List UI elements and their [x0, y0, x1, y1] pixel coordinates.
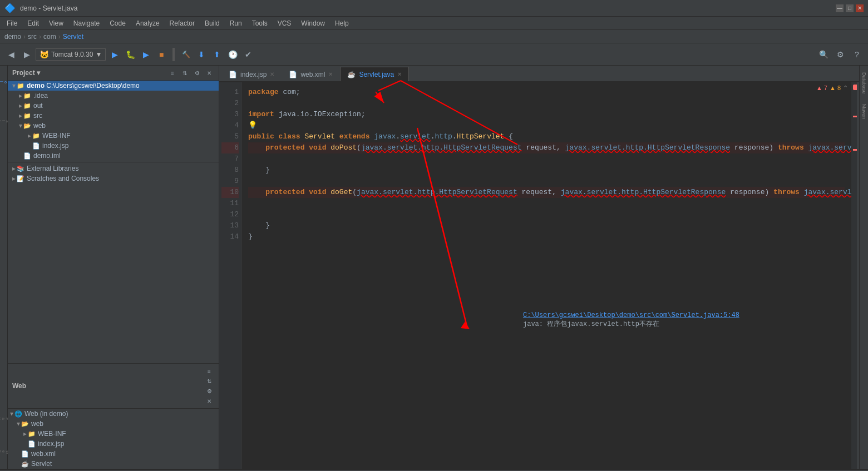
- menu-file[interactable]: File: [2, 18, 22, 28]
- forward-button[interactable]: ▶: [20, 48, 33, 61]
- tree-item-idea[interactable]: ▸ 📁 .idea: [8, 91, 219, 101]
- breadcrumb-servlet[interactable]: Servlet: [63, 33, 83, 41]
- web-panel-title: Web: [12, 382, 26, 390]
- tree-item-indexjsp[interactable]: ▸ 📄 index.jsp: [8, 141, 219, 151]
- tree-item-src[interactable]: ▸ 📁 src: [8, 111, 219, 121]
- close-project-panel-button[interactable]: ✕: [204, 68, 214, 78]
- help-button[interactable]: ?: [850, 48, 864, 61]
- tree-label-indexjsp: index.jsp: [42, 142, 68, 150]
- menu-window[interactable]: Window: [297, 18, 329, 28]
- project-panel-toggle[interactable]: 1Project: [0, 66, 8, 99]
- git-commit-button[interactable]: ✔: [241, 48, 255, 61]
- web-collapse-button[interactable]: ≡: [204, 366, 214, 376]
- tree-item-web[interactable]: ▾ 📂 web: [8, 121, 219, 131]
- right-tab-database[interactable]: Database: [860, 68, 868, 98]
- tab-servlet-close[interactable]: ✕: [397, 71, 402, 77]
- tree-item-out[interactable]: ▸ 📁 out: [8, 101, 219, 111]
- menu-build[interactable]: Build: [200, 18, 224, 28]
- run-configuration[interactable]: 🐱 Tomcat 9.0.30 ▼: [36, 48, 106, 61]
- menu-help[interactable]: Help: [331, 18, 353, 28]
- web-label-webinf: WEB-INF: [38, 430, 66, 438]
- tree-label-idea: .idea: [33, 92, 48, 100]
- code-line-11: [248, 198, 845, 209]
- web-item-servlet[interactable]: ▸ ☕ Servlet: [8, 459, 219, 469]
- chevron-down-icon4: ▾: [17, 420, 20, 428]
- code-editor: ▲ 7 ▲ 8 ⌃ 1 2 3 4 5 6 7 8 9 10 11 12 13 …: [219, 82, 859, 469]
- structure-panel-toggle[interactable]: 2Stru: [0, 105, 8, 138]
- settings-button[interactable]: ⚙: [834, 48, 847, 61]
- web-toggle[interactable]: Web: [0, 435, 8, 469]
- tree-label-webinf: WEB-INF: [42, 132, 71, 140]
- web-item-root[interactable]: ▾ 🌐 Web (in demo): [8, 409, 219, 419]
- error-count: ▲ 7: [816, 85, 827, 92]
- maximize-button[interactable]: □: [846, 4, 854, 12]
- git-history-button[interactable]: 🕐: [226, 48, 239, 61]
- stop-button[interactable]: ■: [155, 48, 168, 61]
- git-push-button[interactable]: ⬆: [210, 48, 224, 61]
- code-content[interactable]: package com; import java.io.IOException;…: [241, 82, 851, 469]
- code-line-10: protected void doGet(javax.servlet.http.…: [248, 187, 845, 198]
- menu-run[interactable]: Run: [225, 18, 246, 28]
- menu-tools[interactable]: Tools: [248, 18, 272, 28]
- scrollbar-area[interactable]: [857, 82, 859, 469]
- window-controls: — □ ✕: [836, 4, 864, 12]
- menu-navigate[interactable]: Navigate: [69, 18, 104, 28]
- search-everywhere-button[interactable]: 🔍: [817, 48, 830, 61]
- web-settings-button[interactable]: ⚙: [204, 386, 214, 396]
- web-item-webxml[interactable]: ▸ 📄 web.xml: [8, 449, 219, 459]
- tree-item-webinf[interactable]: ▸ 📁 WEB-INF: [8, 131, 219, 141]
- editor-tabs: 📄 index.jsp ✕ 📄 web.xml ✕ ☕ Servlet.java…: [219, 66, 859, 82]
- tree-item-extlibs[interactable]: ▸ 📚 External Libraries: [8, 163, 219, 173]
- config-dropdown-icon: ▼: [95, 51, 102, 58]
- web-item-webinf[interactable]: ▸ 📁 WEB-INF: [8, 429, 219, 439]
- code-line-13: }: [248, 220, 845, 231]
- minimize-button[interactable]: —: [836, 4, 844, 12]
- web-label-servlet: Servlet: [31, 460, 52, 468]
- breadcrumb-com[interactable]: com: [43, 33, 56, 41]
- tab-webxml-close[interactable]: ✕: [328, 71, 333, 77]
- project-settings-button[interactable]: ⚙: [192, 68, 202, 78]
- web-item-indexjsp[interactable]: ▸ 📄 index.jsp: [8, 439, 219, 449]
- close-button[interactable]: ✕: [856, 4, 864, 12]
- code-line-9: [248, 176, 845, 187]
- debug-button[interactable]: 🐛: [124, 48, 137, 61]
- tree-item-scratches[interactable]: ▸ 📝 Scratches and Consoles: [8, 173, 219, 184]
- breadcrumb-src[interactable]: src: [28, 33, 37, 41]
- web-item-web[interactable]: ▾ 📂 web: [8, 419, 219, 429]
- git-pull-button[interactable]: ⬇: [195, 48, 208, 61]
- tab-indexjsp-label: index.jsp: [240, 71, 267, 78]
- collapse-all-button[interactable]: ≡: [167, 68, 177, 78]
- chevron-right-icon6: ▸: [12, 175, 16, 182]
- expand-gutter-icon[interactable]: ⌃: [843, 85, 848, 92]
- tab-indexjsp-close[interactable]: ✕: [270, 71, 274, 77]
- project-tree: ▾ 📁 demo C:\Users\gcswei\Desktop\demo ▸ …: [8, 81, 219, 363]
- tree-item-demoigl[interactable]: ▸ 📄 demo.iml: [8, 151, 219, 161]
- build-button[interactable]: 🔨: [179, 48, 193, 61]
- code-line-7: [248, 153, 845, 165]
- tab-webxml-icon: 📄: [289, 71, 297, 78]
- run-button[interactable]: ▶: [108, 48, 121, 61]
- breadcrumb-sep3: ›: [58, 33, 61, 41]
- back-button[interactable]: ◀: [4, 48, 18, 61]
- build-panel: Build: Build Output ⚙ ✕ ⟳ ▼ ▲ ≡ ● demo: …: [0, 469, 868, 471]
- menu-edit[interactable]: Edit: [23, 18, 43, 28]
- tab-index-jsp[interactable]: 📄 index.jsp ✕: [221, 67, 282, 81]
- menu-vcs[interactable]: VCS: [273, 18, 296, 28]
- tab-web-xml[interactable]: 📄 web.xml ✕: [282, 67, 340, 81]
- menu-refactor[interactable]: Refactor: [165, 18, 199, 28]
- menu-code[interactable]: Code: [105, 18, 130, 28]
- favorites-toggle[interactable]: Fav: [0, 402, 8, 435]
- web-label-indexjsp: index.jsp: [38, 440, 64, 448]
- chevron-right-icon5: ▸: [12, 165, 16, 172]
- menu-view[interactable]: View: [45, 18, 68, 28]
- run-with-coverage-button[interactable]: ▶: [139, 48, 152, 61]
- tree-item-demo[interactable]: ▾ 📁 demo C:\Users\gcswei\Desktop\demo: [8, 81, 219, 91]
- close-web-panel-button[interactable]: ✕: [204, 396, 214, 406]
- tab-servlet-java[interactable]: ☕ Servlet.java ✕: [340, 67, 409, 81]
- sort-button[interactable]: ⇅: [180, 68, 190, 78]
- breadcrumb-sep1: ›: [23, 33, 26, 41]
- right-tab-maven[interactable]: Maven: [860, 100, 868, 123]
- menu-analyze[interactable]: Analyze: [131, 18, 164, 28]
- web-sort-button[interactable]: ⇅: [204, 376, 214, 386]
- breadcrumb-demo[interactable]: demo: [4, 33, 21, 41]
